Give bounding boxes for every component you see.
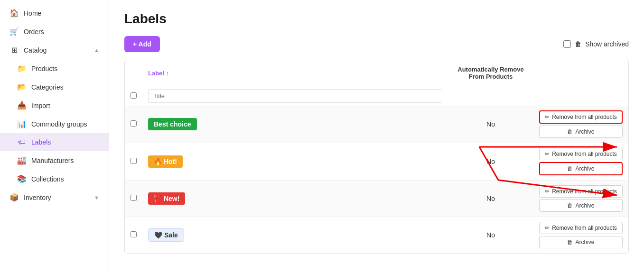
sidebar-item-inventory[interactable]: 📦 Inventory ▼ [0,188,109,207]
sidebar-item-inventory-label: Inventory [24,194,51,201]
row-checkbox[interactable] [131,231,137,237]
row-label-cell: 🖤 Sale [142,217,448,254]
import-icon: 📥 [17,101,27,110]
row-label-cell: Best choice [142,106,448,143]
filter-actions-cell [533,86,628,106]
row-checkbox[interactable] [131,120,137,127]
products-icon: 📁 [17,64,27,73]
trash-icon: 🗑 [567,128,573,135]
table-row: Best choiceNo✏ Remove from all products🗑… [125,106,628,143]
row-checkbox-cell [125,143,142,181]
sidebar-item-catalog-label: Catalog [24,46,47,54]
header-actions-col [533,60,628,86]
action-buttons-group: ✏ Remove from all products🗑 Archive [539,148,623,175]
table-header-row: Label ↑ Automatically Remove From Produc… [125,60,628,86]
row-checkbox-cell [125,106,142,143]
sidebar-item-collections-label: Collections [31,175,64,183]
home-icon: 🏠 [9,9,19,18]
archive-button[interactable]: 🗑 Archive [539,236,623,248]
labels-icon: 🏷 [17,138,27,146]
archive-button[interactable]: 🗑 Archive [539,162,623,175]
sidebar-item-products-label: Products [31,65,57,73]
filter-label-cell [142,86,448,106]
action-buttons-group: ✏ Remove from all products🗑 Archive [539,110,623,138]
archive-button[interactable]: 🗑 Archive [539,126,623,138]
actions-cell: ✏ Remove from all products🗑 Archive [533,143,628,181]
label-badge: 🖤 Sale [148,228,184,242]
inventory-icon: 📦 [9,193,19,202]
show-archived-checkbox[interactable] [563,40,571,48]
row-checkbox[interactable] [131,195,137,201]
filter-checkbox-cell [125,86,142,106]
auto-remove-cell: No [448,217,533,254]
add-button[interactable]: + Add [124,36,160,52]
row-checkbox[interactable] [131,158,137,164]
filter-row [125,86,628,106]
actions-cell: ✏ Remove from all products🗑 Archive [533,217,628,254]
table-body: Best choiceNo✏ Remove from all products🗑… [125,106,628,253]
sidebar-item-orders[interactable]: 🛒 Orders [0,22,109,41]
sidebar-item-categories[interactable]: 📂 Categories [0,78,109,96]
labels-table: Label ↑ Automatically Remove From Produc… [125,60,628,253]
sidebar-item-collections[interactable]: 📚 Collections [0,170,109,188]
pencil-icon: ✏ [545,225,550,231]
table-row: 🖤 SaleNo✏ Remove from all products🗑 Arch… [125,217,628,254]
sidebar-item-labels[interactable]: 🏷 Labels [0,133,109,151]
page-title: Labels [124,11,629,27]
sidebar: 🏠 Home 🛒 Orders ⊞ Catalog ▲ 📁 Products 📂… [0,0,109,272]
select-all-checkbox[interactable] [131,92,137,99]
title-filter-input[interactable] [148,89,442,103]
actions-cell: ✏ Remove from all products🗑 Archive [533,181,628,217]
sidebar-item-commodity-groups[interactable]: 📊 Commodity groups [0,115,109,133]
header-checkbox-col [125,60,142,86]
label-badge: 🔥 Hot! [148,155,183,168]
toolbar: + Add 🗑 Show archived [124,36,629,52]
pencil-icon: ✏ [545,151,550,157]
header-auto-remove-col: Automatically Remove From Products [448,60,533,86]
sidebar-item-orders-label: Orders [24,28,44,36]
sidebar-item-labels-label: Labels [31,138,51,146]
sidebar-item-catalog[interactable]: ⊞ Catalog ▲ [0,41,109,59]
table-row: 🚩 New!No✏ Remove from all products🗑 Arch… [125,181,628,217]
sidebar-item-import-label: Import [31,102,50,109]
auto-remove-cell: No [448,106,533,143]
remove-from-all-products-button[interactable]: ✏ Remove from all products [539,148,623,160]
catalog-chevron-icon: ▲ [94,47,99,53]
commodity-groups-icon: 📊 [17,119,27,128]
manufacturers-icon: 🏭 [17,156,27,165]
header-label-col[interactable]: Label ↑ [142,60,448,86]
sidebar-item-manufacturers[interactable]: 🏭 Manufacturers [0,151,109,170]
sidebar-item-import[interactable]: 📥 Import [0,96,109,115]
inventory-chevron-icon: ▼ [94,195,99,200]
collections-icon: 📚 [17,174,27,183]
table-row: 🔥 Hot!No✏ Remove from all products🗑 Arch… [125,143,628,181]
orders-icon: 🛒 [9,27,19,36]
row-checkbox-cell [125,217,142,254]
trash-icon: 🗑 [567,165,573,172]
action-buttons-group: ✏ Remove from all products🗑 Archive [539,222,623,248]
action-buttons-group: ✏ Remove from all products🗑 Archive [539,185,623,212]
label-badge: Best choice [148,118,197,130]
label-badge: 🚩 New! [148,192,185,205]
labels-table-wrapper: Label ↑ Automatically Remove From Produc… [124,60,629,254]
show-archived-container: 🗑 Show archived [563,40,629,48]
remove-from-all-products-button[interactable]: ✏ Remove from all products [539,185,623,198]
remove-from-all-products-button[interactable]: ✏ Remove from all products [539,110,623,124]
remove-from-all-products-button[interactable]: ✏ Remove from all products [539,222,623,234]
pencil-icon: ✏ [545,188,550,195]
pencil-icon: ✏ [545,114,550,120]
main-content: Labels + Add 🗑 Show archived Label ↑ Aut… [109,0,644,272]
sidebar-item-products[interactable]: 📁 Products [0,59,109,78]
sidebar-item-home-label: Home [24,9,41,17]
trash-icon: 🗑 [567,202,573,209]
auto-remove-cell: No [448,143,533,181]
sidebar-item-categories-label: Categories [31,83,64,91]
row-label-cell: 🔥 Hot! [142,143,448,181]
sidebar-item-manufacturers-label: Manufacturers [31,157,74,164]
sidebar-item-home[interactable]: 🏠 Home [0,4,109,22]
auto-remove-cell: No [448,181,533,217]
archive-button[interactable]: 🗑 Archive [539,199,623,212]
trash-icon: 🗑 [567,239,573,245]
row-label-cell: 🚩 New! [142,181,448,217]
row-checkbox-cell [125,181,142,217]
